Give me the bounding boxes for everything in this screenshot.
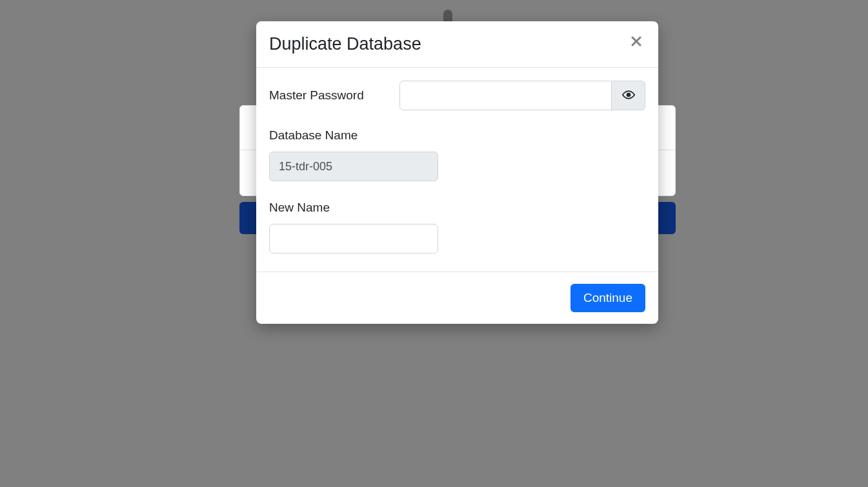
- modal-header: Duplicate Database: [256, 21, 658, 68]
- duplicate-database-modal: Duplicate Database Master Password: [256, 21, 658, 324]
- modal-body: Master Password Database Name New Name: [256, 68, 658, 272]
- new-name-row: New Name: [269, 201, 645, 253]
- close-icon: [631, 35, 641, 50]
- master-password-input-group: [399, 81, 645, 110]
- database-name-label: Database Name: [269, 128, 645, 143]
- modal-footer: Continue: [256, 272, 658, 324]
- database-name-row: Database Name: [269, 128, 645, 181]
- master-password-label: Master Password: [269, 88, 392, 103]
- new-name-label: New Name: [269, 201, 645, 215]
- database-name-input: [269, 152, 438, 181]
- continue-button[interactable]: Continue: [570, 284, 645, 312]
- close-button[interactable]: [627, 33, 645, 51]
- master-password-row: Master Password: [269, 81, 645, 110]
- svg-point-0: [627, 93, 630, 96]
- modal-title: Duplicate Database: [269, 33, 421, 55]
- toggle-password-visibility-button[interactable]: [612, 81, 645, 110]
- master-password-input[interactable]: [399, 81, 612, 110]
- new-name-input[interactable]: [269, 224, 438, 253]
- eye-icon: [622, 88, 635, 103]
